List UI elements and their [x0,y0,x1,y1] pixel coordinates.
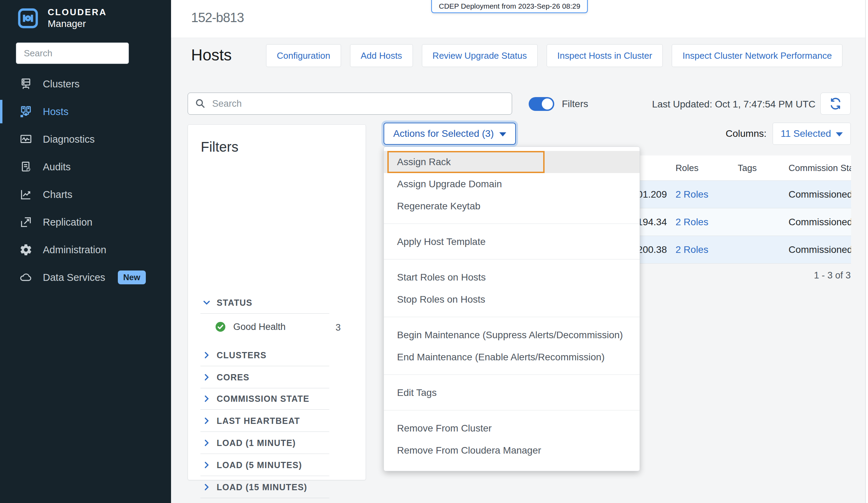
chevron-right-icon [201,482,212,492]
cloudera-logo-icon [17,8,39,29]
sidebar-item-label: Diagnostics [43,134,95,145]
menu-group: Begin Maintenance (Suppress Alerts/Decom… [384,317,640,374]
filters-toggle[interactable] [529,97,554,111]
columns-selected-button[interactable]: 11 Selected [773,123,851,145]
menu-item-remove-from-cloudera-manager[interactable]: Remove From Cloudera Manager [384,439,640,462]
toggle-knob [542,98,553,110]
divider [200,431,329,432]
right-edge-panel-sliver [865,0,868,503]
sidebar-item-label: Charts [43,189,72,200]
sidebar-item-label: Hosts [43,106,68,117]
sidebar-item-label: Administration [43,244,106,256]
chevron-right-icon [201,372,212,382]
hosts-search-input[interactable] [188,93,512,115]
sidebar-item-hosts[interactable]: Hosts [0,98,171,125]
menu-item-regenerate-keytab[interactable]: Regenerate Keytab [384,195,640,217]
filter-section-clusters-header[interactable]: CLUSTERS [188,350,366,360]
filters-panel-title: Filters [201,139,238,155]
filter-section-load-5-header[interactable]: LOAD (5 MINUTES) [188,460,366,470]
sidebar-item-audits[interactable]: Audits [0,153,171,181]
clusters-icon [19,77,32,91]
replication-icon [19,216,32,229]
toolbar: Configuration Add Hosts Review Upgrade S… [266,44,842,67]
sidebar-item-charts[interactable]: Charts [0,181,171,208]
filter-section-clusters: CLUSTERS [188,350,366,360]
pagination-text: 1 - 3 of 3 [726,270,851,281]
filter-section-last-heartbeat-header[interactable]: LAST HEARTBEAT [188,416,366,426]
filter-item-good-health[interactable]: Good Health [215,321,286,333]
sidebar-item-administration[interactable]: Administration [0,236,171,264]
chevron-right-icon [201,438,212,448]
menu-item-apply-host-template[interactable]: Apply Host Template [384,231,640,253]
menu-group: Remove From Cluster Remove From Cloudera… [384,410,640,468]
filter-section-cores-header[interactable]: CORES [188,372,366,382]
filter-section-commission-state-header[interactable]: COMMISSION STATE [188,393,366,404]
menu-group: Edit Tags [384,375,640,410]
inspect-hosts-in-cluster-button[interactable]: Inspect Hosts in Cluster [547,44,663,67]
commission-state: Commissioned [789,181,851,208]
sidebar-item-clusters[interactable]: Clusters [0,70,171,98]
sidebar-item-label: Audits [43,161,71,173]
caret-down-icon [499,132,506,136]
cloudera-manager-logo[interactable]: CLOUDERA Manager [17,7,107,29]
column-header-tags[interactable]: Tags [738,155,757,181]
new-badge: New [118,271,146,284]
roles-link[interactable]: 2 Roles [676,208,708,236]
sidebar-item-label: Clusters [43,78,79,90]
filter-section-status: STATUS [188,297,366,308]
menu-item-end-maintenance[interactable]: End Maintenance (Enable Alerts/Recommiss… [384,346,640,368]
menu-item-begin-maintenance[interactable]: Begin Maintenance (Suppress Alerts/Decom… [384,324,640,346]
menu-item-edit-tags[interactable]: Edit Tags [384,382,640,404]
chevron-right-icon [201,350,212,360]
sidebar-item-replication[interactable]: Replication [0,208,171,236]
charts-icon [19,188,32,201]
actions-dropdown-menu: Assign Rack Assign Upgrade Domain Regene… [384,146,640,471]
filter-section-cores: CORES [188,372,366,382]
review-upgrade-status-button[interactable]: Review Upgrade Status [422,44,538,67]
menu-item-stop-roles-on-hosts[interactable]: Stop Roles on Hosts [384,288,640,311]
roles-link[interactable]: 2 Roles [676,181,708,208]
refresh-button[interactable] [820,93,851,115]
menu-group: Assign Rack Assign Upgrade Domain Regene… [384,151,640,224]
page-title: Hosts [191,46,232,64]
sidebar-item-label: Replication [43,217,92,228]
columns-selected-label: 11 Selected [781,128,831,139]
filters-toggle-group: Filters [529,97,588,111]
divider [200,366,329,366]
filter-section-load-15-header[interactable]: LOAD (15 MINUTES) [188,482,366,492]
brand-line1: CLOUDERA [48,7,107,18]
column-header-commission-state[interactable]: Commission Stat [789,155,851,181]
audits-icon [19,160,32,173]
filter-section-status-header[interactable]: STATUS [188,297,366,308]
sidebar: CLOUDERA Manager Clusters [0,0,171,503]
search-icon [195,98,206,110]
commission-state: Commissioned [789,208,851,236]
columns-label: Columns: [726,128,766,139]
menu-item-assign-rack[interactable]: Assign Rack [384,151,640,173]
menu-item-start-roles-on-hosts[interactable]: Start Roles on Hosts [384,266,640,288]
menu-item-remove-from-cluster[interactable]: Remove From Cluster [384,417,640,439]
inspect-cluster-network-performance-button[interactable]: Inspect Cluster Network Performance [672,44,842,67]
configuration-button[interactable]: Configuration [266,44,341,67]
check-circle-icon [215,321,226,333]
sidebar-item-data-services[interactable]: Data Services New [0,264,171,291]
filter-section-load-15: LOAD (15 MINUTES) [188,482,366,492]
add-hosts-button[interactable]: Add Hosts [350,44,413,67]
sidebar-item-diagnostics[interactable]: Diagnostics [0,125,171,153]
divider [200,454,329,454]
cluster-name: 152-b813 [191,10,244,25]
filter-section-load-1: LOAD (1 MINUTE) [188,438,366,448]
divider [200,498,329,498]
sidebar-search-input[interactable] [16,42,129,64]
columns-selector: Columns: 11 Selected [726,123,851,145]
divider [200,409,329,410]
chevron-right-icon [201,393,212,404]
column-header-roles[interactable]: Roles [676,155,698,181]
filter-count: 3 [336,322,341,333]
roles-link[interactable]: 2 Roles [676,236,708,264]
hosts-icon [19,105,32,118]
filter-section-load-1-header[interactable]: LOAD (1 MINUTE) [188,438,366,448]
filter-section-last-heartbeat: LAST HEARTBEAT [188,416,366,426]
menu-item-assign-upgrade-domain[interactable]: Assign Upgrade Domain [384,173,640,195]
actions-for-selected-button[interactable]: Actions for Selected (3) [384,123,516,145]
